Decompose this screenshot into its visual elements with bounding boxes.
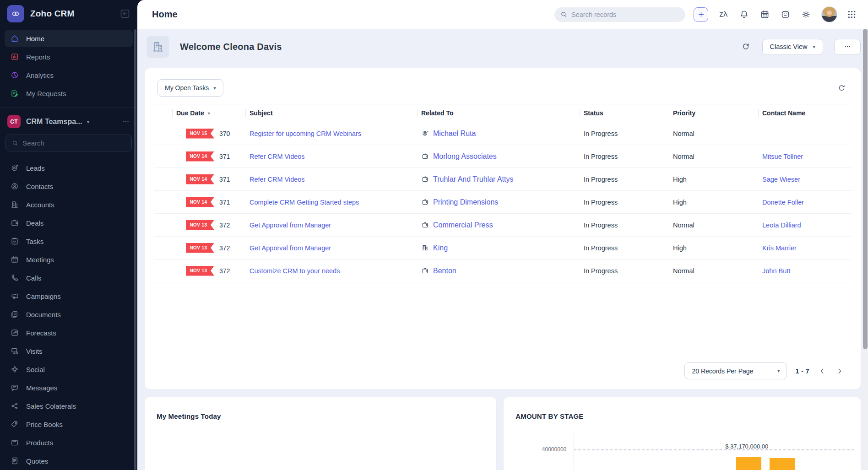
sidebar-item-tasks[interactable]: Tasks	[5, 232, 133, 250]
apps-grid-icon[interactable]	[846, 9, 857, 20]
sidebar-item-label: Analytics	[26, 71, 54, 79]
sidebar-item-analytics[interactable]: Analytics	[5, 66, 133, 84]
task-subject-link[interactable]: Complete CRM Getting Started steps	[250, 199, 359, 206]
chevron-down-icon: ▾	[213, 85, 216, 91]
task-subject-link[interactable]: Register for upcoming CRM Webinars	[250, 130, 361, 137]
contact-link[interactable]: Sage Wieser	[762, 176, 800, 183]
sidebar-item-label: Price Books	[26, 421, 63, 428]
priority-value: Normal	[669, 130, 758, 137]
column-header-status[interactable]: Status	[580, 104, 669, 122]
sidebar-item-contacts[interactable]: Contacts	[5, 177, 133, 195]
global-search[interactable]	[554, 7, 685, 22]
sidebar-item-leads[interactable]: Leads	[5, 159, 133, 177]
contact-link[interactable]: Kris Marrier	[762, 244, 797, 252]
sidebar-item-messages[interactable]: Messages	[5, 378, 133, 397]
task-subject-link[interactable]: Refer CRM Videos	[250, 153, 305, 160]
task-subject-link[interactable]: Refer CRM Videos	[250, 176, 305, 183]
table-row[interactable]: NOV 13372Customize CRM to your needsBent…	[154, 259, 852, 282]
bell-icon[interactable]	[739, 9, 749, 20]
gear-icon[interactable]	[801, 9, 811, 20]
sidebar-scrollbar[interactable]	[134, 29, 136, 470]
table-row[interactable]: NOV 14371Complete CRM Getting Started st…	[154, 191, 852, 214]
sidebar-item-reports[interactable]: Reports	[5, 48, 133, 65]
sidebar-item-forecasts[interactable]: Forecasts	[5, 324, 133, 342]
table-row[interactable]: NOV 13372Get Apporval from ManagerKingIn…	[154, 237, 852, 259]
sidebar-item-deals[interactable]: Deals	[5, 214, 133, 232]
my-requests-icon	[10, 89, 19, 98]
refresh-icon[interactable]	[741, 42, 750, 51]
view-selector-button[interactable]: Classic View ▾	[762, 39, 823, 55]
sidebar-item-home[interactable]: Home	[5, 30, 133, 47]
sidebar-item-campaigns[interactable]: Campaigns	[5, 287, 133, 305]
related-to-link[interactable]: King	[433, 244, 448, 252]
sidebar-search-input[interactable]	[22, 139, 126, 147]
sidebar-item-meetings[interactable]: Meetings	[5, 250, 133, 269]
sidebar-item-my-requests[interactable]: My Requests	[5, 85, 133, 102]
related-to-link[interactable]: Commercial Press	[433, 221, 493, 229]
sidebar-item-calls[interactable]: Calls	[5, 269, 133, 287]
table-row[interactable]: NOV 13372Get Approval from ManagerCommer…	[154, 214, 852, 237]
task-subject-link[interactable]: Get Approval from Manager	[250, 221, 331, 229]
marketplace-icon[interactable]	[780, 9, 791, 20]
contact-link[interactable]: John Butt	[762, 267, 790, 275]
sidebar-item-label: Meetings	[26, 256, 54, 264]
collapse-sidebar-icon[interactable]	[119, 8, 131, 20]
sidebar-item-label: Products	[26, 439, 53, 447]
task-subject-link[interactable]: Customize CRM to your needs	[250, 267, 340, 275]
record-range-label: 1 - 7	[795, 367, 809, 375]
chart-bar-value-label: $ 37,170,000.00	[725, 443, 768, 450]
column-header-contact-name[interactable]: Contact Name	[758, 104, 852, 122]
sidebar-item-accounts[interactable]: Accounts	[5, 195, 133, 214]
related-to-link[interactable]: Printing Dimensions	[433, 198, 498, 206]
task-subject-link[interactable]: Get Apporval from Manager	[250, 244, 331, 252]
sidebar-item-documents[interactable]: Documents	[5, 305, 133, 324]
chevron-down-icon: ▾	[777, 368, 780, 374]
tasks-widget: My Open Tasks ▾ Due Date▾SubjectRelated …	[145, 68, 861, 389]
sidebar-item-products[interactable]: Products	[5, 433, 133, 452]
column-header-priority[interactable]: Priority	[669, 104, 758, 122]
column-header-due-date[interactable]: Due Date▾	[172, 104, 245, 122]
avatar[interactable]	[821, 6, 837, 22]
teamspace-selector[interactable]: CT CRM Teamspa... ▾	[0, 108, 137, 134]
next-page-button[interactable]	[835, 367, 844, 376]
table-row[interactable]: NOV 14371Refer CRM VideosMorlong Associa…	[154, 145, 852, 168]
calendar-icon[interactable]	[760, 9, 770, 20]
teamspace-more-icon[interactable]	[122, 118, 130, 126]
page-more-button[interactable]	[834, 39, 861, 55]
sidebar-item-social[interactable]: Social	[5, 360, 133, 378]
widget-refresh-icon[interactable]	[837, 84, 846, 92]
related-to-link[interactable]: Benton	[433, 267, 456, 275]
campaigns-icon	[10, 292, 19, 301]
contact-link[interactable]: Leota Dilliard	[762, 221, 801, 229]
task-number: 371	[219, 199, 230, 206]
related-to-link[interactable]: Truhlar And Truhlar Attys	[433, 175, 513, 184]
zia-icon[interactable]	[718, 9, 729, 20]
sidebar-item-label: Accounts	[26, 201, 54, 209]
column-header-related-to[interactable]: Related To	[417, 104, 580, 122]
global-search-input[interactable]	[571, 11, 680, 18]
contact-link[interactable]: Mitsue Tollner	[762, 153, 803, 160]
sidebar-search[interactable]	[5, 135, 132, 151]
sidebar-primary-nav: HomeReportsAnalyticsMy Requests	[0, 27, 137, 102]
table-row[interactable]: NOV 14371Refer CRM VideosTruhlar And Tru…	[154, 168, 852, 191]
task-number: 371	[219, 176, 230, 183]
app-window: Zoho CRM HomeReportsAnalyticsMy Requests…	[0, 0, 868, 470]
sidebar-item-visits[interactable]: Visits	[5, 342, 133, 360]
column-header-subject[interactable]: Subject	[245, 104, 417, 122]
chart-bar[interactable]	[736, 457, 761, 470]
chart-bar[interactable]	[770, 458, 795, 470]
related-to-link[interactable]: Michael Ruta	[433, 130, 476, 138]
prev-page-button[interactable]	[818, 367, 827, 376]
sidebar-item-quotes[interactable]: Quotes	[5, 452, 133, 470]
records-per-page-select[interactable]: 20 Records Per Page ▾	[684, 362, 787, 379]
products-icon	[10, 438, 19, 447]
task-view-filter-button[interactable]: My Open Tasks ▾	[157, 79, 223, 97]
sidebar-item-sales-colaterals[interactable]: Sales Colaterals	[5, 397, 133, 415]
table-row[interactable]: NOV 15370Register for upcoming CRM Webin…	[154, 122, 852, 145]
main-scrollbar[interactable]	[863, 29, 868, 470]
related-to-link[interactable]: Morlong Associates	[433, 152, 497, 161]
sidebar-item-price-books[interactable]: Price Books	[5, 415, 133, 433]
quick-create-button[interactable]	[694, 7, 708, 22]
main-scrollbar-thumb[interactable]	[863, 29, 868, 349]
contact-link[interactable]: Donette Foller	[762, 199, 804, 206]
